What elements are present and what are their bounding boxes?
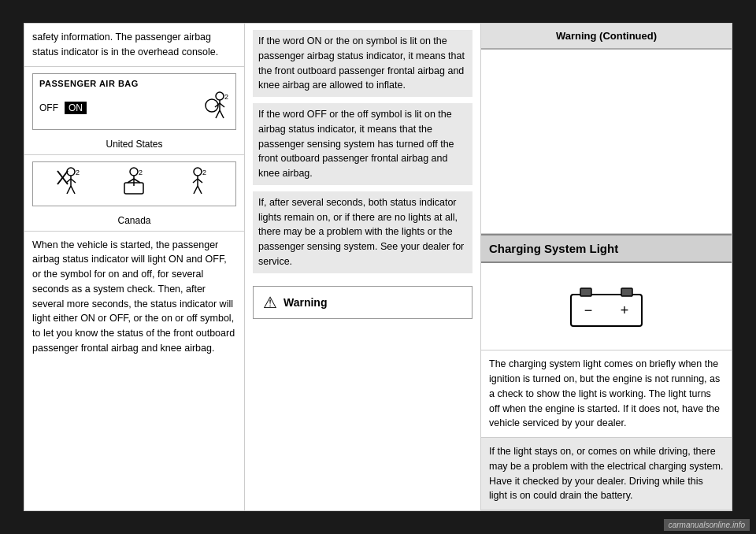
warning-triangle-icon: ⚠ [263,293,277,312]
svg-point-17 [130,168,138,176]
col-right: Warning (Continued) Charging System Ligh… [481,24,732,510]
vehicle-text: When the vehicle is started, the passeng… [24,232,244,362]
svg-line-3 [220,103,224,107]
svg-rect-31 [580,288,591,296]
col-middle: If the word ON or the on symbol is lit o… [245,24,481,510]
svg-text:−: − [584,302,593,318]
svg-line-27 [194,186,198,194]
middle-para-3: If, after several seconds, both status i… [253,191,472,273]
svg-point-8 [67,168,75,176]
charging-text-1: The charging system light comes on brief… [481,350,732,438]
canada-icon-3: 2 [180,167,215,201]
col-left: safety information. The passenger airbag… [24,24,245,510]
svg-rect-30 [571,295,642,326]
svg-line-25 [193,179,198,183]
svg-line-4 [216,110,220,118]
airbag-header-label: PASSENGER AIR BAG [39,79,229,88]
intro-text: safety information. The passenger airbag… [24,24,244,67]
warning-box: ⚠ Warning [253,286,472,319]
svg-text:+: + [621,302,629,318]
svg-text:2: 2 [224,93,228,101]
svg-line-11 [71,179,76,183]
charging-text-2: If the light stays on, or comes on while… [481,438,732,510]
warning-continued-header: Warning (Continued) [481,24,732,50]
svg-point-0 [216,92,224,100]
region-us-label: United States [24,136,244,155]
right-spacer [481,50,732,234]
region-canada-label: Canada [24,213,244,232]
watermark: carmanualsonline.info [664,519,750,531]
battery-diagram: − + [481,263,732,350]
airbag-indicator-canada: 2 2 [32,161,236,206]
airbag-row: OFF ON 2 [39,91,229,124]
svg-text:2: 2 [202,169,206,176]
svg-text:2: 2 [76,169,80,176]
canada-icon-2: 2 [117,167,151,201]
airbag-person-icon: 2 [198,91,229,124]
svg-line-12 [67,186,71,194]
middle-para-2: If the word OFF or the off symbol is lit… [253,103,472,185]
svg-line-5 [220,110,224,118]
airbag-on-label: ON [65,102,87,114]
airbag-status-labels: OFF ON [39,102,87,114]
airbag-off-label: OFF [39,102,58,113]
svg-rect-32 [621,288,632,296]
intro-paragraph: safety information. The passenger airbag… [32,32,218,57]
airbag-indicator-us: PASSENGER AIR BAG OFF ON [32,73,236,130]
canada-icon-1: 2 [54,167,88,201]
warning-label: Warning [284,296,327,309]
charging-system-header: Charging System Light [481,234,732,263]
svg-point-23 [194,168,202,176]
svg-text:2: 2 [139,169,143,176]
page-container: safety information. The passenger airbag… [24,23,732,511]
svg-line-28 [198,186,202,194]
svg-line-13 [71,186,75,194]
middle-para-1: If the word ON or the on symbol is lit o… [253,30,472,97]
svg-line-26 [198,179,202,183]
